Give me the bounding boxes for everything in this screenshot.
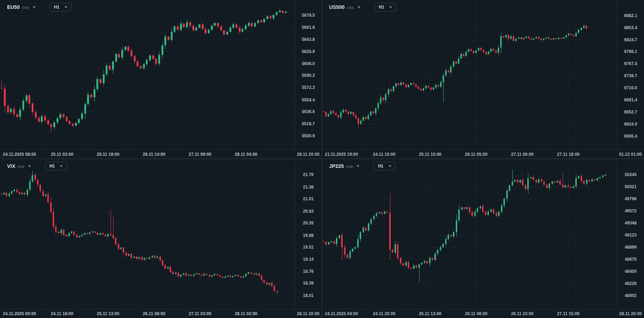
price-axis-label: 19.51	[295, 245, 322, 250]
time-axis-label: 26.11 08:00	[143, 311, 165, 316]
price-axis[interactable]: 21.7621.3821.0120.6320.2619.8819.5119.14…	[295, 159, 322, 309]
price-axis-label: 5608.0	[295, 61, 322, 66]
time-axis[interactable]: 24.11.2025 00:0024.11 18:0025.11 13:0026…	[0, 309, 322, 318]
price-axis-label: 18.39	[295, 281, 322, 286]
price-axis-label: 6710.0	[617, 85, 644, 90]
price-axis-label: 18.76	[295, 269, 322, 274]
time-axis[interactable]: 21.11.2025 19:0024.11 15:0025.11 10:0026…	[322, 149, 644, 159]
time-axis-label: 28.11 02:00	[235, 311, 257, 316]
price-axis-label: 18.01	[295, 293, 322, 298]
chart-plot-area[interactable]	[322, 0, 644, 149]
chart-panel-vix: VIX CFD H1 21.7621.3821.0120.6320.2619.8…	[0, 159, 322, 318]
timeframe-selector-button[interactable]: H1	[50, 3, 72, 11]
timeframe-selector-button[interactable]: H1	[374, 162, 395, 170]
price-axis-label: 6681.4	[617, 97, 644, 102]
chevron-down-icon	[357, 165, 359, 167]
chevron-down-icon	[28, 165, 31, 167]
price-axis-label: 21.76	[295, 172, 322, 177]
time-axis-label: 25.11 13:00	[419, 311, 441, 316]
candlestick-chart-canvas[interactable]	[322, 0, 644, 149]
time-axis-label: 28.11 20:00	[619, 311, 642, 316]
symbol-selector-button[interactable]: JP225 CFD	[327, 162, 361, 170]
candlestick-chart-canvas[interactable]	[0, 0, 322, 149]
candlestick-chart-canvas[interactable]	[322, 159, 644, 309]
price-axis-label: 6796.1	[617, 49, 644, 54]
timeframe-label: H1	[379, 5, 384, 10]
time-axis-label: 01.12 01:00	[619, 152, 642, 157]
chart-header: JP225 CFD H1	[327, 162, 396, 170]
price-axis[interactable]: 5679.55661.65643.85625.95608.05590.25572…	[295, 0, 322, 149]
price-axis-label: 48002	[617, 293, 644, 298]
price-axis-label: 6652.7	[617, 110, 644, 115]
time-axis[interactable]: 24.11.2025 04:0024.11 20:0025.11 13:0026…	[322, 309, 644, 318]
instrument-type-label: CFD	[17, 165, 25, 169]
chart-plot-area[interactable]	[322, 159, 644, 309]
price-axis-label: 5536.6	[295, 109, 322, 114]
symbol-label: US500	[329, 4, 345, 10]
time-axis-label: 26.11 23:00	[511, 311, 533, 316]
time-axis-label: 27.11 09:00	[189, 152, 211, 157]
time-axis-label: 24.11.2025 00:00	[3, 311, 36, 316]
time-axis-label: 25.11 19:00	[97, 152, 119, 157]
time-axis-label: 24.11 15:00	[373, 152, 395, 157]
price-axis-label: 48899	[617, 245, 644, 250]
candlestick-chart-canvas[interactable]	[0, 159, 322, 309]
price-axis-label: 49348	[617, 221, 644, 226]
price-axis-label: 6767.4	[617, 61, 644, 66]
time-axis-label: 27.11 18:00	[557, 152, 580, 157]
price-axis[interactable]: 6882.16853.46824.76796.16767.46738.76710…	[617, 0, 644, 149]
price-axis-label: 19.14	[295, 257, 322, 262]
multichart-grid: EU50 CFD H1 5679.55661.65643.85625.95608…	[0, 0, 644, 318]
price-axis-label: 5554.4	[295, 97, 322, 102]
chevron-down-icon	[33, 6, 36, 8]
price-axis-label: 6824.7	[617, 37, 644, 42]
symbol-label: JP225	[329, 163, 344, 169]
price-axis[interactable]: 5024550021497964957249348491234889948675…	[617, 159, 644, 309]
price-axis-label: 5625.9	[295, 49, 322, 54]
timeframe-label: H1	[49, 164, 55, 169]
time-axis-label: 27.11 00:00	[511, 152, 533, 157]
chart-header: EU50 CFD H1	[5, 3, 72, 11]
price-axis-label: 48450	[617, 269, 644, 274]
timeframe-selector-button[interactable]: H1	[375, 3, 396, 11]
chart-header: US500 CFD H1	[327, 3, 396, 11]
price-axis-label: 21.01	[295, 196, 322, 201]
price-axis-label: 5518.7	[295, 121, 322, 126]
chevron-down-icon	[64, 6, 67, 8]
price-axis-label: 19.88	[295, 233, 322, 238]
chart-header: VIX CFD H1	[5, 162, 67, 170]
chart-plot-area[interactable]	[0, 0, 322, 149]
price-axis-label: 6595.4	[617, 134, 644, 139]
time-axis-label: 25.11 03:00	[51, 152, 73, 157]
symbol-selector-button[interactable]: EU50 CFD	[5, 3, 38, 11]
chart-plot-area[interactable]	[0, 159, 322, 309]
instrument-type-label: CFD	[347, 6, 354, 10]
symbol-label: EU50	[7, 4, 20, 10]
time-axis-label: 27.11 03:00	[189, 311, 211, 316]
time-axis-label: 28.11 20:00	[297, 152, 320, 157]
chart-panel-jp225: JP225 CFD H1 502455002149796495724934849…	[322, 159, 644, 318]
time-axis-label: 24.11 20:00	[373, 311, 395, 316]
time-axis-label: 26.11 14:00	[143, 152, 165, 157]
time-axis[interactable]: 24.11.2025 08:0025.11 03:0025.11 19:0026…	[0, 149, 322, 159]
chevron-down-icon	[389, 165, 391, 167]
price-axis-label: 50021	[617, 184, 644, 189]
price-axis-label: 5661.6	[295, 25, 322, 30]
symbol-label: VIX	[7, 163, 15, 169]
time-axis-label: 26.11 06:00	[465, 311, 487, 316]
symbol-selector-button[interactable]: US500 CFD	[327, 3, 363, 11]
price-axis-label: 5643.8	[295, 37, 322, 42]
price-axis-label: 20.63	[295, 209, 322, 214]
time-axis-label: 28.11 20:00	[297, 311, 320, 316]
time-axis-label: 24.11.2025 08:00	[3, 152, 36, 157]
time-axis-label: 25.11 13:00	[97, 311, 119, 316]
time-axis-label: 28.11 04:00	[235, 152, 257, 157]
chevron-down-icon	[60, 165, 63, 167]
price-axis-label: 5500.9	[295, 133, 322, 138]
timeframe-label: H1	[378, 164, 383, 169]
instrument-type-label: CFD	[346, 165, 353, 169]
timeframe-selector-button[interactable]: H1	[45, 162, 67, 170]
symbol-selector-button[interactable]: VIX CFD	[5, 162, 33, 170]
time-axis-label: 24.11 18:00	[51, 311, 73, 316]
price-axis-label: 48675	[617, 257, 644, 262]
